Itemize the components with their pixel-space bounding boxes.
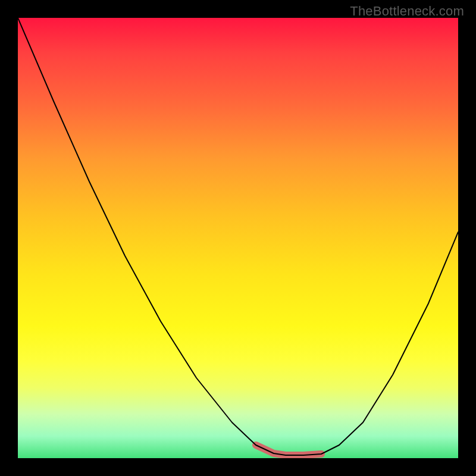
chart-svg [18, 18, 458, 458]
chart-plot-area [18, 18, 458, 458]
main-curve [18, 18, 458, 455]
watermark-text: TheBottleneck.com [350, 4, 464, 19]
